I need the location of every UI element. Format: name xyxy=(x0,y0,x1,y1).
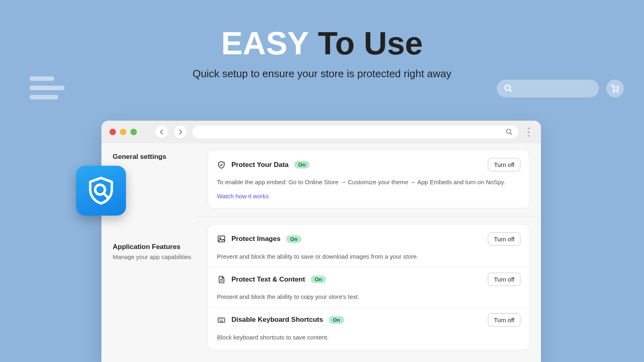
section-divider xyxy=(196,216,541,217)
card-features: Protect Images On Turn off Prevent and b… xyxy=(208,224,530,351)
feature-protect-text: Protect Text & Content On Turn off Prese… xyxy=(217,273,520,302)
svg-point-3 xyxy=(617,91,618,93)
divider xyxy=(208,267,529,267)
hero-title: EASY To Use xyxy=(0,0,644,62)
arrow-right-icon xyxy=(177,129,184,135)
svg-line-1 xyxy=(510,90,512,92)
minimize-icon[interactable] xyxy=(120,129,126,135)
back-button[interactable] xyxy=(155,125,168,138)
cart-icon xyxy=(611,84,619,93)
feature-protect-images: Protect Images On Turn off Prevent and b… xyxy=(217,232,520,261)
hamburger-icon xyxy=(30,76,64,99)
image-icon xyxy=(217,234,226,243)
hero-subtitle: Quick setup to ensure your store is prot… xyxy=(0,68,644,80)
feature-description: Block keyboard shortcuts to save content… xyxy=(217,333,520,342)
forward-button[interactable] xyxy=(174,125,187,138)
search-input[interactable] xyxy=(497,80,599,97)
feature-title: Protect Images xyxy=(231,235,281,243)
card-protect-data: Protect Your Data On Turn off To enable … xyxy=(208,150,530,208)
app-window: General settings Application Features Ma… xyxy=(101,121,541,362)
window-controls[interactable] xyxy=(109,129,137,135)
turn-off-button[interactable]: Turn off xyxy=(488,313,520,327)
feature-disable-shortcuts: Disable Keyboard Shortcuts On Turn off B… xyxy=(217,313,520,342)
feature-title: Disable Keyboard Shortcuts xyxy=(231,316,323,324)
hero-title-rest: To Use xyxy=(309,25,423,61)
feature-description: Present and block the ability to copy yo… xyxy=(217,292,520,302)
status-badge: On xyxy=(294,161,310,169)
turn-off-button[interactable]: Turn off xyxy=(488,273,520,286)
divider xyxy=(208,307,529,308)
more-menu[interactable] xyxy=(524,128,533,137)
feature-description: Prevent and block the ability to save or… xyxy=(217,252,520,261)
card-description: To enable the app embed: Go to Online St… xyxy=(217,178,520,187)
cart-button[interactable] xyxy=(606,80,624,97)
maximize-icon[interactable] xyxy=(130,129,137,135)
main-content: Protect Your Data On Turn off To enable … xyxy=(208,150,530,358)
turn-off-button[interactable]: Turn off xyxy=(488,232,520,246)
feature-title: Protect Text & Content xyxy=(231,276,305,284)
address-bar[interactable] xyxy=(192,125,518,138)
search-icon xyxy=(504,84,513,93)
status-badge: On xyxy=(311,276,326,283)
svg-line-5 xyxy=(103,193,107,197)
turn-off-button[interactable]: Turn off xyxy=(488,158,520,171)
document-icon xyxy=(217,275,226,284)
watch-link[interactable]: Watch how it works xyxy=(217,193,269,200)
arrow-left-icon xyxy=(159,129,165,135)
status-badge: On xyxy=(329,316,344,324)
app-logo xyxy=(76,166,126,216)
svg-rect-8 xyxy=(218,236,225,242)
sidebar-features-title: Application Features xyxy=(113,243,197,251)
sidebar-general-title: General settings xyxy=(113,153,197,161)
card-title: Protect Your Data xyxy=(231,161,289,169)
search-icon xyxy=(506,128,513,136)
sidebar-features-sub: Manage your app capabilities xyxy=(113,253,197,260)
shield-search-icon xyxy=(85,175,117,206)
svg-line-7 xyxy=(510,133,512,134)
hero-title-highlight: EASY xyxy=(221,25,309,61)
svg-point-2 xyxy=(613,91,615,93)
shield-check-icon xyxy=(217,160,226,169)
keyboard-icon xyxy=(217,315,226,324)
titlebar xyxy=(101,121,541,143)
close-icon[interactable] xyxy=(109,129,116,135)
status-badge: On xyxy=(286,235,301,243)
